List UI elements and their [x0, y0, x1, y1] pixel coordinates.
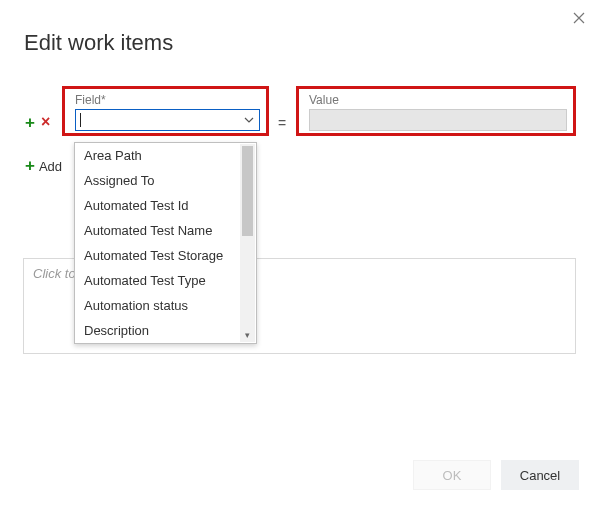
dropdown-item[interactable]: Automated Test Storage: [75, 243, 256, 268]
field-label: Field*: [75, 93, 260, 107]
dropdown-item[interactable]: Assigned To: [75, 168, 256, 193]
dropdown-item[interactable]: Automation status: [75, 293, 256, 318]
scrollbar[interactable]: ▾: [240, 144, 255, 342]
equals-sign: =: [278, 115, 286, 131]
value-input[interactable]: [309, 109, 567, 131]
plus-icon: +: [25, 156, 35, 176]
value-label: Value: [309, 93, 567, 107]
field-highlight: Field*: [62, 86, 269, 136]
dialog-title: Edit work items: [24, 30, 601, 56]
field-combobox[interactable]: [75, 109, 260, 131]
chevron-down-icon[interactable]: [244, 117, 254, 123]
notes-placeholder: Click to: [33, 266, 76, 281]
field-dropdown[interactable]: Area Path Assigned To Automated Test Id …: [74, 142, 257, 344]
field-row: + × Field* = Value: [0, 86, 601, 146]
text-cursor: [80, 113, 81, 127]
value-highlight: Value: [296, 86, 576, 136]
dropdown-item[interactable]: Automated Test Type: [75, 268, 256, 293]
scrollbar-thumb[interactable]: [242, 146, 253, 236]
dropdown-item[interactable]: Automated Test Name: [75, 218, 256, 243]
scroll-down-icon[interactable]: ▾: [240, 328, 255, 342]
add-new-field-link[interactable]: + Add: [25, 156, 62, 176]
cancel-button[interactable]: Cancel: [501, 460, 579, 490]
remove-row-icon[interactable]: ×: [41, 114, 50, 130]
add-label: Add: [39, 159, 62, 174]
dropdown-item[interactable]: Automated Test Id: [75, 193, 256, 218]
dialog-buttons: OK Cancel: [413, 460, 579, 490]
close-icon[interactable]: [571, 10, 587, 26]
dropdown-item[interactable]: Area Path: [75, 143, 256, 168]
add-row-icon[interactable]: +: [25, 114, 35, 131]
dropdown-item[interactable]: Description: [75, 318, 256, 343]
ok-button[interactable]: OK: [413, 460, 491, 490]
